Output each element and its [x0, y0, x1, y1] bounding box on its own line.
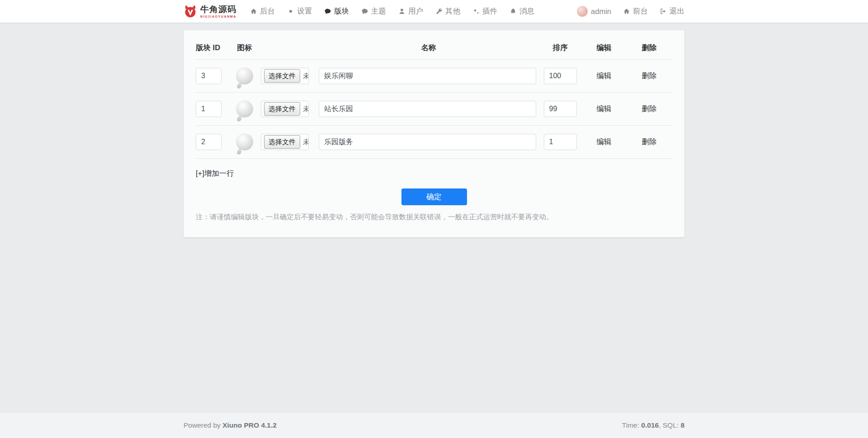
board-sort-input[interactable] — [544, 101, 577, 117]
board-edit-card: 版块 ID 图标 名称 排序 编辑 删除 选择文件 未选择任何文件 — [184, 30, 684, 237]
file-status-text: 未选择任何文件 — [303, 105, 309, 113]
home-icon — [623, 8, 630, 15]
sql-label: , SQL: — [659, 421, 680, 429]
edit-link[interactable]: 编辑 — [597, 104, 612, 113]
col-header-name: 名称 — [319, 38, 538, 60]
user-icon — [398, 8, 406, 15]
nav-item-label: 其他 — [445, 6, 460, 16]
speech-bubble-icon — [236, 67, 253, 85]
confirm-button[interactable]: 确定 — [401, 188, 467, 205]
table-row: 选择文件 未选择任何文件 编辑 删除 — [196, 126, 672, 159]
powered-by: Powered by Xiuno PRO 4.1.2 — [184, 421, 277, 429]
board-id-input[interactable] — [196, 101, 222, 117]
icon-file-input[interactable]: 选择文件 未选择任何文件 — [261, 134, 309, 150]
comment-icon — [361, 8, 368, 15]
edit-link[interactable]: 编辑 — [597, 137, 612, 146]
perf-stats: Time: 0.016, SQL: 8 — [622, 421, 684, 429]
delete-link[interactable]: 删除 — [642, 104, 657, 113]
site-logo[interactable]: 牛角源码 NIUJIAOYUANMA — [184, 5, 236, 18]
table-row: 选择文件 未选择任何文件 编辑 删除 — [196, 60, 672, 93]
comment-icon — [324, 8, 331, 15]
delete-link[interactable]: 删除 — [642, 137, 657, 146]
wrench-icon — [435, 8, 443, 15]
board-name-input[interactable] — [319, 101, 536, 117]
bull-logo-icon — [184, 5, 197, 18]
nav-item-label: 版块 — [334, 6, 349, 16]
edit-link[interactable]: 编辑 — [597, 71, 612, 80]
icon-file-input[interactable]: 选择文件 未选择任何文件 — [261, 101, 309, 117]
nav-item-label: 设置 — [297, 6, 312, 16]
logo-subtitle: NIUJIAOYUANMA — [200, 15, 236, 18]
speech-bubble-icon — [236, 133, 253, 151]
nav-item-label: 主题 — [371, 6, 386, 16]
username: admin — [591, 7, 611, 16]
powered-prefix: Powered by — [184, 421, 222, 429]
col-header-file — [260, 38, 319, 60]
nav-right: admin 前台 退出 — [577, 6, 684, 17]
choose-file-button[interactable]: 选择文件 — [264, 69, 300, 82]
page-footer: Powered by Xiuno PRO 4.1.2 Time: 0.016, … — [0, 412, 868, 438]
gear-icon — [287, 8, 294, 15]
nav-item-boards[interactable]: 版块 — [324, 6, 349, 16]
nav-item-label: 前台 — [633, 6, 648, 16]
col-header-board-id: 版块 ID — [196, 38, 229, 60]
nav-item-label: 插件 — [482, 6, 497, 16]
nav-item-plugins[interactable]: 插件 — [472, 6, 497, 16]
top-navbar: 牛角源码 NIUJIAOYUANMA 后台 设置 版块 — [0, 0, 868, 23]
table-row: 选择文件 未选择任何文件 编辑 删除 — [196, 93, 672, 126]
add-row-link[interactable]: [+]增加一行 — [196, 169, 234, 179]
nav-item-admin[interactable]: 后台 — [250, 6, 275, 16]
cogs-icon — [472, 8, 480, 15]
board-id-input[interactable] — [196, 134, 222, 150]
nav-item-label: 退出 — [670, 6, 684, 16]
user-menu[interactable]: admin — [577, 6, 611, 17]
speech-bubble-icon — [236, 100, 253, 118]
nav-item-other[interactable]: 其他 — [435, 6, 460, 16]
nav-item-messages[interactable]: 消息 — [509, 6, 534, 16]
file-status-text: 未选择任何文件 — [303, 138, 309, 146]
choose-file-button[interactable]: 选择文件 — [264, 102, 300, 115]
col-header-icon: 图标 — [229, 38, 260, 60]
bell-icon — [509, 8, 517, 15]
nav-item-label: 后台 — [260, 6, 275, 16]
board-name-input[interactable] — [319, 68, 536, 84]
sign-out-icon — [660, 8, 667, 15]
nav-item-label: 用户 — [408, 6, 423, 16]
board-sort-input[interactable] — [544, 134, 577, 150]
nav-item-frontend[interactable]: 前台 — [623, 6, 648, 16]
nav-item-label: 消息 — [519, 6, 534, 16]
delete-link[interactable]: 删除 — [642, 71, 657, 80]
nav-item-themes[interactable]: 主题 — [361, 6, 386, 16]
col-header-delete: 删除 — [626, 38, 672, 60]
col-header-edit: 编辑 — [582, 38, 626, 60]
home-icon — [250, 8, 257, 15]
table-header-row: 版块 ID 图标 名称 排序 编辑 删除 — [196, 38, 672, 60]
caution-note: 注：请谨慎编辑版块，一旦确定后不要轻易变动，否则可能会导致数据关联错误，一般在正… — [196, 212, 672, 222]
time-value: 0.016 — [641, 421, 659, 429]
board-id-input[interactable] — [196, 68, 222, 84]
nav-item-users[interactable]: 用户 — [398, 6, 423, 16]
file-status-text: 未选择任何文件 — [303, 72, 309, 80]
col-header-sort: 排序 — [538, 38, 582, 60]
icon-file-input[interactable]: 选择文件 未选择任何文件 — [261, 68, 309, 84]
choose-file-button[interactable]: 选择文件 — [264, 135, 300, 148]
board-table: 版块 ID 图标 名称 排序 编辑 删除 选择文件 未选择任何文件 — [196, 38, 672, 159]
user-avatar — [577, 6, 588, 17]
time-label: Time: — [622, 421, 641, 429]
product-version: Xiuno PRO 4.1.2 — [222, 421, 277, 429]
sql-value: 8 — [680, 421, 684, 429]
nav-item-logout[interactable]: 退出 — [660, 6, 684, 16]
board-sort-input[interactable] — [544, 68, 577, 84]
board-name-input[interactable] — [319, 134, 536, 150]
nav-item-settings[interactable]: 设置 — [287, 6, 312, 16]
logo-title: 牛角源码 — [200, 5, 236, 14]
main-nav: 后台 设置 版块 主题 用户 — [250, 6, 534, 16]
